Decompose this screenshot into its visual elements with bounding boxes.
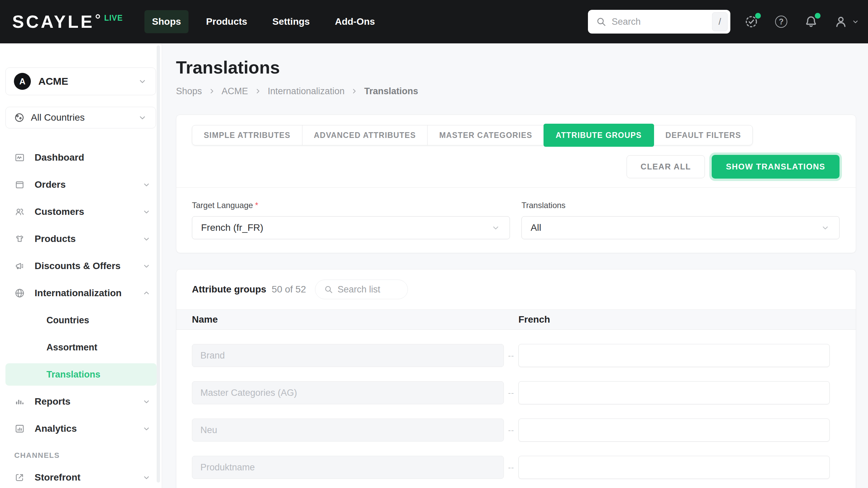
tab-default-filters[interactable]: DEFAULT FILTERS: [654, 125, 753, 145]
show-translations-button[interactable]: SHOW TRANSLATIONS: [712, 155, 840, 179]
filter-selects: Target Language* French (fr_FR) Translat…: [176, 187, 856, 253]
top-nav-shops[interactable]: Shops: [144, 10, 189, 33]
storefront-icon: [14, 471, 25, 484]
row-separator: --: [504, 351, 518, 360]
tasks-progress-icon[interactable]: [744, 14, 759, 29]
sidebar-item-label: Dashboard: [35, 152, 151, 163]
sidebar-item-products[interactable]: Products: [0, 225, 162, 252]
tab-master-categories[interactable]: MASTER CATEGORIES: [427, 125, 544, 145]
list-title: Attribute groups: [192, 284, 266, 295]
shop-selector[interactable]: A ACME: [5, 67, 156, 95]
chevron-up-icon: [142, 288, 151, 298]
sidebar-item-label: Countries: [46, 315, 89, 326]
list-search[interactable]: [315, 280, 408, 299]
sidebar-item-reports[interactable]: Reports: [0, 388, 162, 415]
tab-attribute-groups[interactable]: ATTRIBUTE GROUPS: [544, 124, 654, 147]
scayle-logo[interactable]: SCAYLE LIVE: [12, 11, 123, 33]
clear-all-button[interactable]: CLEAR ALL: [627, 155, 705, 178]
sidebar-item-label: Storefront: [35, 472, 142, 483]
translation-input[interactable]: [518, 344, 830, 367]
breadcrumb-internationalization[interactable]: Internationalization: [268, 86, 345, 97]
dashboard-icon: [14, 151, 25, 164]
sidebar-item-customers[interactable]: Customers: [0, 198, 162, 225]
sidebar-nav: Dashboard Orders Customers Products: [0, 144, 162, 488]
sidebar-item-discounts-offers[interactable]: Discounts & Offers: [0, 252, 162, 280]
chevron-down-icon: [142, 473, 151, 482]
channels-section-label: CHANNELS: [0, 442, 162, 464]
table-row: --: [176, 411, 856, 449]
filters-card: SIMPLE ATTRIBUTES ADVANCED ATTRIBUTES MA…: [176, 115, 856, 253]
chevron-down-icon: [142, 180, 151, 189]
sidebar-item-orders[interactable]: Orders: [0, 171, 162, 198]
help-icon[interactable]: [774, 14, 789, 29]
sidebar-item-storefront[interactable]: Storefront: [0, 464, 162, 488]
chevron-down-icon: [142, 397, 151, 406]
sidebar-item-label: Assortment: [46, 342, 97, 353]
target-language-value: French (fr_FR): [201, 222, 263, 233]
customers-icon: [14, 206, 25, 218]
search-input[interactable]: [612, 17, 712, 27]
tabs-row: SIMPLE ATTRIBUTES ADVANCED ATTRIBUTES MA…: [176, 115, 856, 145]
tab-simple-attributes[interactable]: SIMPLE ATTRIBUTES: [192, 125, 302, 145]
sidebar: A ACME All Countries Dashboard Orders: [0, 43, 162, 488]
breadcrumb-shops[interactable]: Shops: [176, 86, 202, 97]
row-separator: --: [504, 388, 518, 398]
chevron-down-icon: [142, 234, 151, 244]
source-name-input: [192, 456, 504, 479]
analytics-icon: [14, 423, 25, 435]
translation-rows: -- -- -- --: [176, 330, 856, 486]
sidebar-subitem-countries[interactable]: Countries: [0, 307, 162, 334]
table-row: --: [176, 374, 856, 411]
breadcrumb-acme[interactable]: ACME: [222, 86, 248, 97]
sidebar-item-label: Products: [35, 233, 142, 244]
translations-filter: Translations All: [521, 201, 840, 239]
search-icon: [324, 285, 333, 294]
sidebar-item-label: Analytics: [35, 423, 142, 434]
translations-filter-select[interactable]: All: [521, 216, 840, 239]
sidebar-subitem-translations[interactable]: Translations: [5, 363, 157, 386]
global-search[interactable]: /: [588, 10, 730, 34]
notification-dot: [815, 13, 821, 19]
column-header-french: French: [518, 314, 856, 325]
notification-dot: [755, 13, 761, 19]
translation-type-tabs: SIMPLE ATTRIBUTES ADVANCED ATTRIBUTES MA…: [192, 125, 753, 145]
tab-advanced-attributes[interactable]: ADVANCED ATTRIBUTES: [302, 125, 428, 145]
bar-chart-icon: [14, 395, 25, 408]
slash-shortcut-key: /: [712, 12, 728, 31]
translation-input[interactable]: [518, 381, 830, 404]
source-name-input: [192, 344, 504, 367]
translation-input[interactable]: [518, 419, 830, 442]
column-header-name: Name: [176, 314, 518, 325]
top-nav-products[interactable]: Products: [199, 10, 255, 33]
sidebar-item-dashboard[interactable]: Dashboard: [0, 144, 162, 171]
translations-filter-label: Translations: [521, 201, 566, 210]
sidebar-item-internationalization[interactable]: Internationalization: [0, 280, 162, 307]
globe-icon: [14, 112, 25, 123]
main-content: Translations Shops ACME Internationaliza…: [162, 43, 868, 488]
source-name-input: [192, 419, 504, 442]
sidebar-item-label: Translations: [46, 369, 100, 380]
shop-avatar: A: [14, 73, 31, 90]
live-badge: LIVE: [104, 14, 123, 23]
topbar: SCAYLE LIVE Shops Products Settings Add-…: [0, 0, 868, 43]
source-name-input: [192, 381, 504, 404]
table-row: --: [176, 449, 856, 486]
sidebar-subitem-assortment[interactable]: Assortment: [0, 334, 162, 361]
sidebar-scrollbar[interactable]: [157, 45, 160, 483]
list-search-input[interactable]: [338, 284, 399, 295]
shop-name: ACME: [38, 76, 137, 87]
megaphone-icon: [14, 260, 25, 272]
target-language-select[interactable]: French (fr_FR): [192, 216, 510, 239]
sidebar-item-analytics[interactable]: Analytics: [0, 415, 162, 442]
chevron-down-icon: [142, 207, 151, 217]
country-selector[interactable]: All Countries: [5, 107, 156, 128]
top-nav-addons[interactable]: Add-Ons: [328, 10, 382, 33]
account-menu[interactable]: [833, 14, 860, 29]
notifications-bell-icon[interactable]: [804, 14, 818, 29]
translation-input[interactable]: [518, 456, 830, 479]
target-language-filter: Target Language* French (fr_FR): [192, 201, 510, 239]
search-icon: [596, 17, 606, 27]
table-header: Name French: [176, 309, 856, 330]
top-nav-settings[interactable]: Settings: [265, 10, 317, 33]
globe-icon: [14, 287, 25, 299]
